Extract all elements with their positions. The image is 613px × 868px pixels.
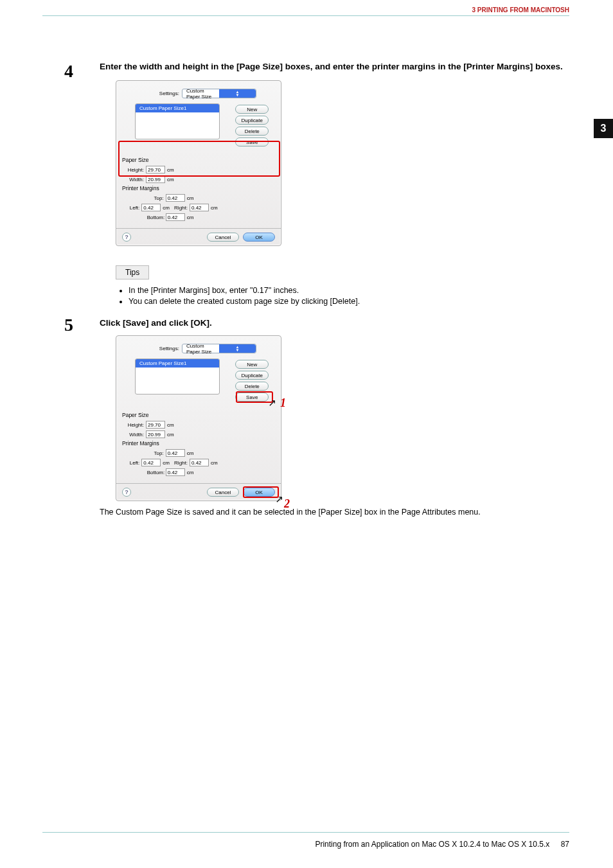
bottom-input[interactable]: [166, 213, 185, 221]
bottom-label: Bottom:: [147, 470, 164, 475]
unit: cm: [187, 215, 194, 220]
settings-label: Settings:: [141, 91, 179, 96]
callout-2: 2: [284, 497, 290, 511]
settings-value: Custom Paper Size: [182, 88, 219, 100]
section-title: 3 PRINTING FROM MACINTOSH: [472, 6, 569, 13]
new-button[interactable]: New: [235, 105, 269, 114]
unit: cm: [163, 460, 170, 466]
delete-button[interactable]: Delete: [235, 127, 269, 136]
width-label: Width:: [122, 177, 144, 182]
unit: cm: [187, 195, 194, 201]
size-listbox[interactable]: Custom Paper Size1: [135, 103, 220, 139]
duplicate-button[interactable]: Duplicate: [235, 371, 269, 380]
right-label: Right:: [171, 460, 188, 466]
cursor-icon: [275, 493, 283, 504]
page-number: 87: [561, 840, 569, 849]
unit: cm: [187, 450, 194, 456]
callout-1: 1: [280, 396, 286, 410]
dialog-divider: [116, 483, 281, 484]
cancel-button[interactable]: Cancel: [207, 233, 239, 242]
left-label: Left:: [123, 460, 139, 466]
help-icon[interactable]: ?: [122, 233, 131, 242]
unit: cm: [211, 205, 218, 211]
unit: cm: [167, 432, 174, 438]
margins-title: Printer Margins: [122, 185, 218, 191]
height-input[interactable]: [146, 421, 165, 429]
step-5-text: Click [Save] and click [OK].: [100, 317, 569, 329]
step-5-number: 5: [64, 315, 73, 335]
top-input[interactable]: [166, 449, 185, 457]
right-label: Right:: [171, 205, 188, 211]
save-button[interactable]: Save: [235, 137, 269, 146]
left-input[interactable]: [141, 204, 161, 211]
unit: cm: [167, 167, 174, 173]
select-arrows-icon: ▲▼: [219, 344, 256, 353]
top-input[interactable]: [166, 194, 185, 202]
dialog-divider: [116, 228, 281, 229]
margins-title: Printer Margins: [122, 440, 218, 447]
custom-paper-dialog-2: Settings: Custom Paper Size ▲▼ Custom Pa…: [116, 335, 281, 501]
custom-paper-dialog: Settings: Custom Paper Size ▲▼ Custom Pa…: [116, 80, 281, 246]
cursor-icon: [268, 397, 276, 408]
top-label: Top:: [147, 195, 164, 201]
height-label: Height:: [122, 167, 144, 173]
unit: cm: [187, 470, 194, 475]
list-item[interactable]: Custom Paper Size1: [136, 104, 219, 112]
tip-item: You can delete the created custom page s…: [129, 297, 569, 306]
settings-select[interactable]: Custom Paper Size ▲▼: [182, 89, 256, 98]
bottom-label: Bottom:: [147, 215, 164, 220]
cancel-button[interactable]: Cancel: [207, 488, 239, 497]
left-label: Left:: [123, 205, 139, 211]
height-input[interactable]: [146, 166, 165, 173]
height-label: Height:: [122, 422, 144, 428]
size-listbox[interactable]: Custom Paper Size1: [135, 359, 220, 394]
ok-button[interactable]: OK: [243, 488, 275, 497]
list-item[interactable]: Custom Paper Size1: [136, 359, 219, 368]
width-input[interactable]: [146, 430, 165, 438]
top-label: Top:: [147, 450, 164, 456]
ok-button[interactable]: OK: [243, 233, 275, 242]
step-5-result-text: The Custom Page Size is saved and it can…: [100, 508, 569, 517]
settings-label: Settings:: [141, 346, 179, 351]
unit: cm: [211, 460, 218, 466]
right-input[interactable]: [190, 459, 209, 466]
tip-item: In the [Printer Margins] box, enter "0.1…: [129, 286, 569, 295]
paper-size-title: Paper Size: [122, 412, 183, 418]
delete-button[interactable]: Delete: [235, 382, 269, 391]
settings-value: Custom Paper Size: [182, 343, 219, 355]
duplicate-button[interactable]: Duplicate: [235, 116, 269, 125]
width-input[interactable]: [146, 175, 165, 183]
help-icon[interactable]: ?: [122, 488, 131, 497]
unit: cm: [167, 177, 174, 182]
select-arrows-icon: ▲▼: [219, 89, 256, 98]
width-label: Width:: [122, 432, 144, 438]
new-button[interactable]: New: [235, 360, 269, 369]
unit: cm: [163, 205, 170, 211]
tips-list: In the [Printer Margins] box, enter "0.1…: [129, 286, 569, 306]
chapter-tab: 3: [594, 119, 613, 138]
footer: Printing from an Application on Mac OS X…: [315, 840, 569, 849]
tips-label: Tips: [116, 265, 149, 279]
header-rule: [42, 15, 569, 16]
page-content: 4 Enter the width and height in the [Pag…: [77, 61, 569, 517]
right-input[interactable]: [190, 204, 209, 211]
unit: cm: [167, 422, 174, 428]
left-input[interactable]: [141, 459, 161, 466]
paper-size-title: Paper Size: [122, 157, 183, 163]
step-4-number: 4: [64, 61, 73, 82]
step-4-text: Enter the width and height in the [Page …: [100, 61, 569, 73]
footer-text: Printing from an Application on Mac OS X…: [315, 840, 549, 849]
footer-rule: [42, 832, 569, 833]
save-button[interactable]: Save: [235, 393, 269, 402]
settings-select[interactable]: Custom Paper Size ▲▼: [182, 344, 256, 353]
bottom-input[interactable]: [166, 468, 185, 476]
